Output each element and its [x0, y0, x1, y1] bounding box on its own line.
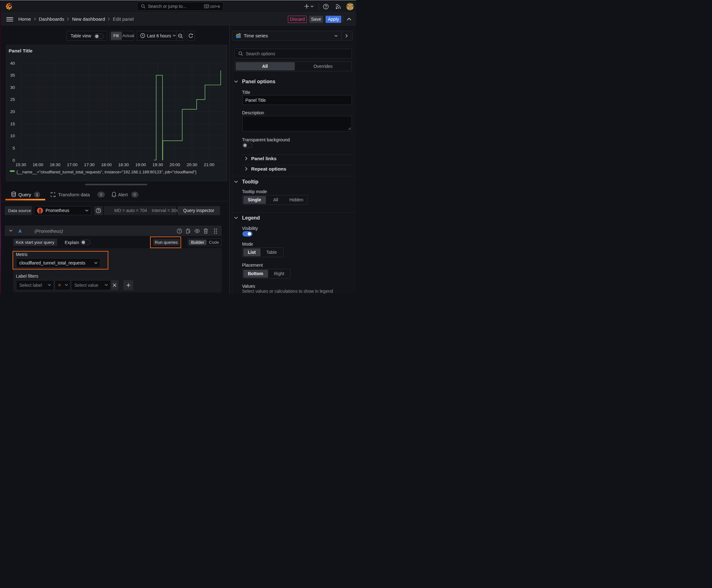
svg-text:19:30: 19:30 [152, 162, 163, 167]
svg-text:17:30: 17:30 [84, 162, 94, 167]
svg-text:25: 25 [10, 97, 15, 102]
svg-text:40: 40 [10, 61, 15, 65]
svg-text:5: 5 [12, 145, 15, 150]
svg-text:16:30: 16:30 [50, 162, 60, 167]
svg-text:17:00: 17:00 [67, 162, 78, 167]
svg-text:15:30: 15:30 [15, 162, 26, 167]
svg-text:{__name__="cloudflared_tunnel_: {__name__="cloudflared_tunnel_total_requ… [16, 169, 196, 174]
svg-text:20: 20 [10, 109, 15, 114]
svg-text:16:00: 16:00 [33, 162, 43, 167]
svg-text:21:00: 21:00 [204, 162, 214, 167]
svg-text:20:00: 20:00 [170, 162, 180, 167]
svg-text:10: 10 [10, 133, 15, 138]
svg-text:18:30: 18:30 [118, 162, 129, 167]
svg-text:20:30: 20:30 [187, 162, 197, 167]
svg-text:15: 15 [10, 121, 15, 126]
svg-text:0: 0 [12, 158, 15, 162]
svg-text:30: 30 [10, 85, 15, 89]
svg-text:19:00: 19:00 [135, 162, 146, 167]
svg-text:18:00: 18:00 [101, 162, 112, 167]
svg-text:35: 35 [10, 73, 15, 78]
